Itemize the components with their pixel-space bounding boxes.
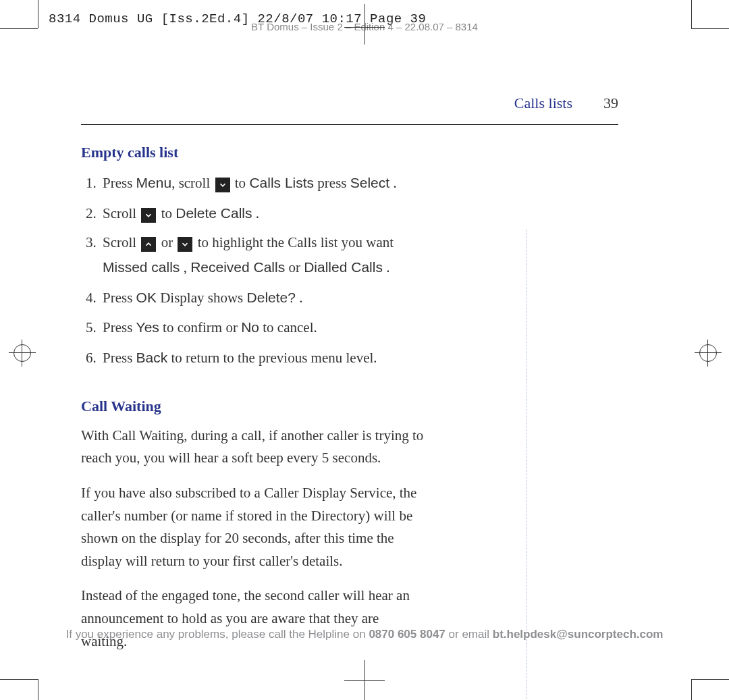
step-3: Scroll or to highlight the Calls list yo… xyxy=(100,231,412,279)
footer-text: or email xyxy=(446,628,493,641)
registration-mark-right xyxy=(699,344,717,362)
header-rule xyxy=(81,124,618,125)
step-6: Press Back to return to the previous men… xyxy=(100,346,412,371)
paragraph: If you have also subscribed to a Caller … xyxy=(81,482,425,572)
helpline-phone: 0870 605 8047 xyxy=(369,628,445,641)
chevron-up-icon xyxy=(141,237,156,252)
helpline-footer: If you experience any problems, please c… xyxy=(0,628,729,641)
steps-list: Press Menu, scroll to Calls Lists press … xyxy=(81,171,412,371)
heading-call-waiting: Call Waiting xyxy=(81,398,412,415)
chevron-down-icon xyxy=(215,178,230,192)
heading-empty-calls-list: Empty calls list xyxy=(81,144,412,161)
chevron-down-icon xyxy=(141,208,156,223)
step-1: Press Menu, scroll to Calls Lists press … xyxy=(100,171,412,196)
chevron-down-icon xyxy=(178,237,192,252)
page-content: Calls lists 39 Empty calls list Press Me… xyxy=(81,95,618,665)
page-number: 39 xyxy=(603,95,618,112)
registration-mark-left xyxy=(14,344,31,362)
step-4: Press OK Display shows Delete? . xyxy=(100,286,412,311)
step-5: Press Yes to confirm or No to cancel. xyxy=(100,315,412,340)
helpline-email: bt.helpdesk@suncorptech.com xyxy=(493,628,664,641)
running-head: Calls lists 39 xyxy=(81,95,618,112)
section-name: Calls lists xyxy=(514,95,572,112)
footer-text: If you experience any problems, please c… xyxy=(66,628,369,641)
paragraph: Instead of the engaged tone, the second … xyxy=(81,585,425,653)
step-2: Scroll to Delete Calls . xyxy=(100,201,412,226)
paragraph: With Call Waiting, during a call, if ano… xyxy=(81,425,425,470)
